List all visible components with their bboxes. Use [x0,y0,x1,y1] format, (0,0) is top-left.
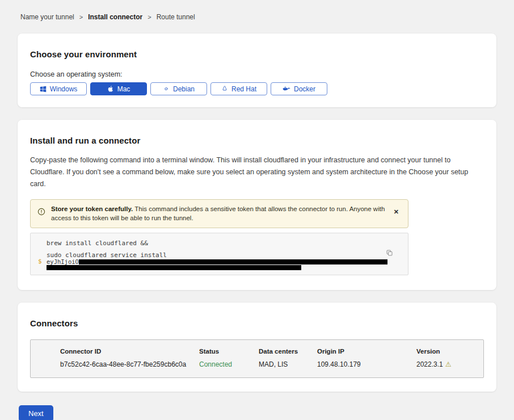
warning-close-button[interactable]: ✕ [391,209,401,215]
column-header-origin-ip: Origin IP [317,348,416,355]
connectors-table: Connector ID Status Data centers Origin … [30,339,484,378]
environment-card-title: Choose your environment [30,49,484,59]
origin-ip-value: 109.48.10.179 [317,360,416,368]
command-line-1: brew install cloudflared && [47,240,385,247]
debian-icon [163,86,170,93]
command-token-line-2 [47,264,385,270]
os-button-label: Debian [173,85,195,93]
breadcrumb-separator: > [148,14,151,20]
choose-environment-card: Choose your environment Choose an operat… [18,33,496,107]
os-button-mac[interactable]: Mac [90,82,147,95]
install-command-block: $ brew install cloudflared && sudo cloud… [30,233,408,275]
command-line-2: sudo cloudflared service install [47,251,385,259]
breadcrumb-route-tunnel[interactable]: Route tunnel [157,13,195,21]
os-button-label: Mac [117,85,130,93]
windows-icon [40,86,47,93]
os-button-docker[interactable]: Docker [271,82,327,95]
breadcrumb-name-your-tunnel[interactable]: Name your tunnel [20,13,74,21]
terminal-prompt: $ [38,258,42,265]
version-number: 2022.3.1 [416,360,443,368]
install-description: Copy-paste the following command into a … [30,154,484,190]
token-warning-title: Store your token carefully. [51,205,133,212]
os-button-label: Red Hat [231,85,256,93]
table-row: b7c52c42-6caa-48ee-8c77-fbe259cb6c0a Con… [60,360,474,368]
os-button-label: Windows [50,85,78,93]
alert-circle-icon [37,208,45,218]
connectors-card: Connectors Connector ID Status Data cent… [18,303,496,392]
status-badge: Connected [199,360,259,368]
copy-icon [386,250,393,258]
token-warning-text: Store your token carefully. This command… [51,205,386,222]
connector-id-value: b7c52c42-6caa-48ee-8c77-fbe259cb6c0a [60,360,199,368]
redacted-token-bar [79,259,387,264]
redhat-icon [221,85,228,93]
column-header-data-centers: Data centers [259,348,317,355]
install-connector-card: Install and run a connector Copy-paste t… [18,120,496,290]
redacted-token-bar [47,265,301,270]
column-header-connector-id: Connector ID [60,348,199,355]
os-button-debian[interactable]: Debian [150,82,207,95]
docker-icon [283,86,290,92]
install-card-title: Install and run a connector [30,136,484,145]
connectors-table-header: Connector ID Status Data centers Origin … [60,348,474,355]
next-button[interactable]: Next [19,405,53,420]
breadcrumb: Name your tunnel > Install connector > R… [0,0,514,21]
column-header-version: Version [416,348,474,355]
version-value: 2022.3.1⚠ [416,360,474,368]
data-centers-value: MAD, LIS [259,360,317,368]
os-button-group: Windows Mac Debian [30,82,484,95]
breadcrumb-separator: > [79,14,83,20]
copy-command-button[interactable] [385,248,394,259]
os-button-redhat[interactable]: Red Hat [210,82,267,95]
os-button-label: Docker [294,85,315,93]
command-token-line: eyJhIjoiO [47,259,385,264]
apple-icon [107,85,114,93]
breadcrumb-install-connector[interactable]: Install connector [88,13,142,21]
os-button-windows[interactable]: Windows [30,82,87,95]
os-select-label: Choose an operating system: [30,70,484,78]
version-warning-icon: ⚠ [445,360,452,368]
token-warning-banner: Store your token carefully. This command… [30,199,408,228]
column-header-status: Status [199,348,259,355]
connectors-card-title: Connectors [30,318,484,328]
